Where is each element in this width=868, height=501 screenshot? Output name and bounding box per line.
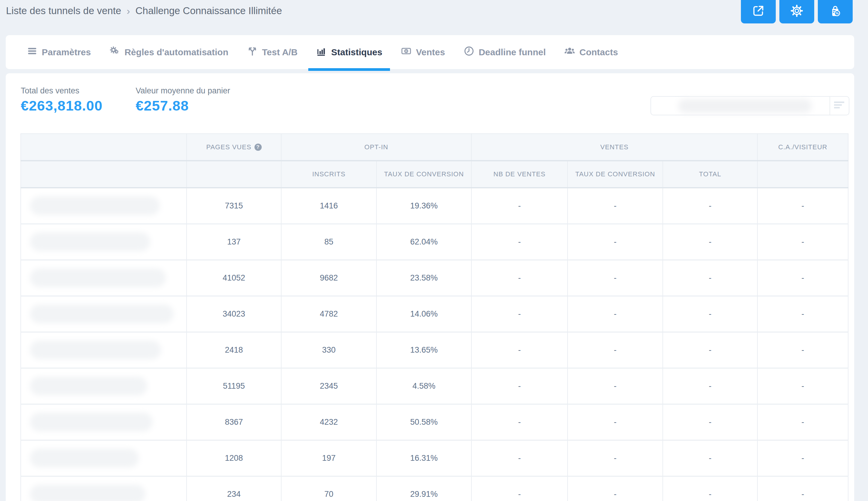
group-header-row: PAGES VUES? OPT-IN VENTES C.A./VISITEUR: [21, 134, 848, 161]
funnel-page-name-cell[interactable]: [21, 368, 187, 404]
total-cell: -: [663, 404, 758, 440]
sub-header-row: INSCRITS TAUX DE CONVERSION NB DE VENTES…: [21, 161, 848, 188]
date-range-select[interactable]: [650, 96, 849, 115]
funnel-page-name-cell[interactable]: [21, 440, 187, 476]
tab-ventes[interactable]: 0 Ventes: [401, 35, 445, 69]
taux-conversion-optin-cell: 16.31%: [377, 440, 472, 476]
topbar-actions: %: [741, 0, 853, 23]
nb-ventes-cell: -: [472, 404, 568, 440]
pages-vues-cell: 137: [187, 224, 281, 260]
blurred-page-name: [30, 233, 150, 251]
empty-subheader: [21, 161, 187, 188]
inscrits-cell: 70: [281, 476, 377, 501]
pages-vues-cell: 8367: [187, 404, 281, 440]
question-circle-icon[interactable]: ?: [254, 143, 262, 151]
nb-ventes-cell: -: [472, 332, 568, 368]
nb-ventes-cell: -: [472, 440, 568, 476]
tab-label: Paramètres: [42, 47, 91, 57]
nb-ventes-cell: -: [472, 368, 568, 404]
breadcrumb-funnel-list-link[interactable]: Liste des tunnels de vente: [6, 5, 121, 17]
statistics-panel: Total des ventes €263,818.00 Valeur moye…: [6, 73, 854, 501]
taux-conversion-ventes-cell: -: [568, 296, 663, 332]
blurred-page-name: [30, 196, 160, 215]
funnel-settings-button[interactable]: [779, 0, 814, 23]
select-icon-area: [829, 97, 849, 115]
tab-test-ab[interactable]: Test A/B: [247, 35, 297, 69]
table-row: 34023 4782 14.06% - - - -: [21, 296, 848, 332]
pages-vues-cell: 41052: [187, 260, 281, 296]
funnel-page-name-cell[interactable]: [21, 260, 187, 296]
taux-conversion-optin-cell: 62.04%: [377, 224, 472, 260]
ventes-group-header: VENTES: [472, 134, 758, 161]
funnel-page-name-cell[interactable]: [21, 224, 187, 260]
tab-label: Statistiques: [331, 47, 382, 57]
tab-statistiques[interactable]: Statistiques: [316, 35, 382, 69]
average-cart-stat: Valeur moyenne du panier €257.88: [136, 86, 230, 114]
inscrits-cell: 197: [281, 440, 377, 476]
bar-chart-icon: [316, 46, 327, 58]
empty-subheader: [758, 161, 848, 188]
taux-conversion-optin-cell: 4.58%: [377, 368, 472, 404]
inscrits-cell: 4232: [281, 404, 377, 440]
ca-visiteur-column-header: C.A./VISITEUR: [758, 134, 848, 161]
table-row: 137 85 62.04% - - - -: [21, 224, 848, 260]
tab-contacts[interactable]: Contacts: [564, 35, 618, 69]
blurred-page-name: [30, 341, 161, 359]
blurred-page-name: [30, 268, 166, 287]
shopping-bag-percent-icon: %: [829, 4, 842, 18]
pages-vues-cell: 234: [187, 476, 281, 501]
ca-visiteur-cell: -: [758, 188, 848, 224]
total-cell: -: [663, 440, 758, 476]
total-sales-label: Total des ventes: [21, 86, 103, 96]
nb-ventes-cell: -: [472, 224, 568, 260]
pages-vues-cell: 1208: [187, 440, 281, 476]
promotions-button[interactable]: %: [818, 0, 853, 23]
taux-conversion-optin-subheader: TAUX DE CONVERSION: [377, 161, 472, 188]
svg-text:%: %: [836, 11, 839, 15]
blurred-page-name: [30, 449, 139, 467]
funnel-page-name-cell[interactable]: [21, 332, 187, 368]
total-cell: -: [663, 296, 758, 332]
pages-vues-cell: 2418: [187, 332, 281, 368]
blurred-page-name: [30, 485, 146, 501]
taux-conversion-ventes-cell: -: [568, 224, 663, 260]
svg-text:0: 0: [406, 50, 407, 53]
clock-icon: [464, 46, 474, 58]
empty-subheader: [187, 161, 281, 188]
funnel-page-name-cell[interactable]: [21, 476, 187, 501]
taux-conversion-ventes-cell: -: [568, 188, 663, 224]
blurred-select-value: [678, 99, 812, 113]
total-cell: -: [663, 224, 758, 260]
nb-ventes-cell: -: [472, 188, 568, 224]
ca-visiteur-cell: -: [758, 476, 848, 501]
tab-deadline-funnel[interactable]: Deadline funnel: [464, 35, 546, 69]
page-name-column-header: [21, 134, 187, 161]
total-cell: -: [663, 368, 758, 404]
taux-conversion-ventes-cell: -: [568, 260, 663, 296]
summary-stats-row: Total des ventes €263,818.00 Valeur moye…: [6, 86, 854, 115]
breadcrumb-current-funnel: Challenge Connaissance Illimitée: [136, 5, 282, 17]
total-subheader: TOTAL: [663, 161, 758, 188]
total-cell: -: [663, 188, 758, 224]
funnel-page-name-cell[interactable]: [21, 296, 187, 332]
taux-conversion-optin-cell: 14.06%: [377, 296, 472, 332]
total-cell: -: [663, 476, 758, 501]
tab-regles-automatisation[interactable]: Règles d'automatisation: [109, 35, 228, 69]
blurred-page-name: [30, 377, 147, 395]
nb-ventes-subheader: NB DE VENTES: [472, 161, 568, 188]
funnel-page-name-cell[interactable]: [21, 404, 187, 440]
funnel-page-name-cell[interactable]: [21, 188, 187, 224]
funnel-tab-bar: Paramètres Règles d'automatisation: [6, 35, 854, 69]
tab-parametres[interactable]: Paramètres: [27, 35, 91, 69]
breadcrumb: Liste des tunnels de vente › Challenge C…: [6, 5, 282, 17]
nb-ventes-cell: -: [472, 296, 568, 332]
inscrits-cell: 1416: [281, 188, 377, 224]
blurred-page-name: [30, 305, 174, 323]
nb-ventes-cell: -: [472, 260, 568, 296]
ca-visiteur-cell: -: [758, 296, 848, 332]
inscrits-subheader: INSCRITS: [281, 161, 377, 188]
pages-vues-column-header: PAGES VUES?: [187, 134, 281, 161]
open-funnel-button[interactable]: [741, 0, 776, 23]
users-icon: [564, 46, 575, 58]
pages-vues-cell: 51195: [187, 368, 281, 404]
